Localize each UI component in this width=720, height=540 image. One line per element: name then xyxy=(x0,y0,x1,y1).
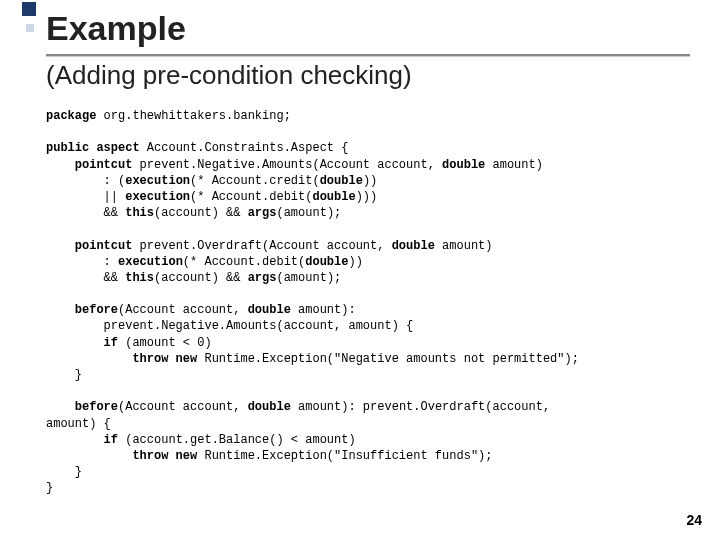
kw-double: double xyxy=(248,400,291,414)
kw-throw-new: throw new xyxy=(46,449,197,463)
decoration-square-large xyxy=(22,2,36,16)
code-text: } xyxy=(46,368,82,382)
kw-package: package xyxy=(46,109,96,123)
kw-args: args xyxy=(248,271,277,285)
kw-this: this xyxy=(125,271,154,285)
slide-title: Example xyxy=(46,10,690,47)
code-text: amount) xyxy=(485,158,543,172)
code-text: (* Account.debit( xyxy=(183,255,305,269)
kw-double: double xyxy=(392,239,435,253)
kw-pointcut: pointcut xyxy=(46,239,132,253)
code-text: (Account account, xyxy=(118,303,248,317)
kw-double: double xyxy=(320,174,363,188)
code-text: (account) && xyxy=(154,206,248,220)
page-number: 24 xyxy=(686,512,702,528)
code-text: Runtime.Exception("Negative amounts not … xyxy=(197,352,579,366)
title-area: Example xyxy=(46,10,690,47)
code-text: )) xyxy=(363,174,377,188)
code-text: } xyxy=(46,481,53,495)
code-text: amount) xyxy=(435,239,493,253)
kw-throw-new: throw new xyxy=(46,352,197,366)
code-text: (* Account.credit( xyxy=(190,174,320,188)
kw-public-aspect: public aspect xyxy=(46,141,140,155)
code-text: )) xyxy=(348,255,362,269)
code-text: : xyxy=(46,255,118,269)
code-text: (amount); xyxy=(276,206,341,220)
kw-if: if xyxy=(46,433,118,447)
code-text: amount): prevent.Overdraft(account, xyxy=(291,400,550,414)
code-text: ))) xyxy=(356,190,378,204)
code-text: (account.get.Balance() < amount) xyxy=(118,433,356,447)
code-text: org.thewhittakers.banking; xyxy=(96,109,290,123)
code-text: Runtime.Exception("Insufficient funds"); xyxy=(197,449,492,463)
code-text: } xyxy=(46,465,82,479)
code-text: && xyxy=(46,206,125,220)
kw-execution: execution xyxy=(125,190,190,204)
kw-if: if xyxy=(46,336,118,350)
kw-double: double xyxy=(442,158,485,172)
kw-double: double xyxy=(305,255,348,269)
slide-subtitle: (Adding pre-condition checking) xyxy=(46,60,412,91)
code-text: (amount < 0) xyxy=(118,336,212,350)
code-block: package org.thewhittakers.banking; publi… xyxy=(46,108,690,497)
code-text: (amount); xyxy=(276,271,341,285)
decoration-square-small xyxy=(26,24,34,32)
code-text: (account) && xyxy=(154,271,248,285)
kw-double: double xyxy=(312,190,355,204)
code-text: && xyxy=(46,271,125,285)
code-text: amount): xyxy=(291,303,356,317)
code-text: (* Account.debit( xyxy=(190,190,312,204)
kw-execution: execution xyxy=(125,174,190,188)
kw-double: double xyxy=(248,303,291,317)
kw-pointcut: pointcut xyxy=(46,158,132,172)
kw-args: args xyxy=(248,206,277,220)
kw-before: before xyxy=(46,303,118,317)
kw-execution: execution xyxy=(118,255,183,269)
code-text: prevent.Negative.Amounts(account, amount… xyxy=(46,319,413,333)
code-text: Account.Constraints.Aspect { xyxy=(140,141,349,155)
code-text: prevent.Negative.Amounts(Account account… xyxy=(132,158,442,172)
kw-before: before xyxy=(46,400,118,414)
decoration-rail xyxy=(22,0,36,540)
code-text: amount) { xyxy=(46,417,111,431)
code-text: || xyxy=(46,190,125,204)
slide: Example (Adding pre-condition checking) … xyxy=(0,0,720,540)
code-text: prevent.Overdraft(Account account, xyxy=(132,239,391,253)
code-text: (Account account, xyxy=(118,400,248,414)
code-text: : ( xyxy=(46,174,125,188)
title-underline xyxy=(46,54,690,57)
kw-this: this xyxy=(125,206,154,220)
